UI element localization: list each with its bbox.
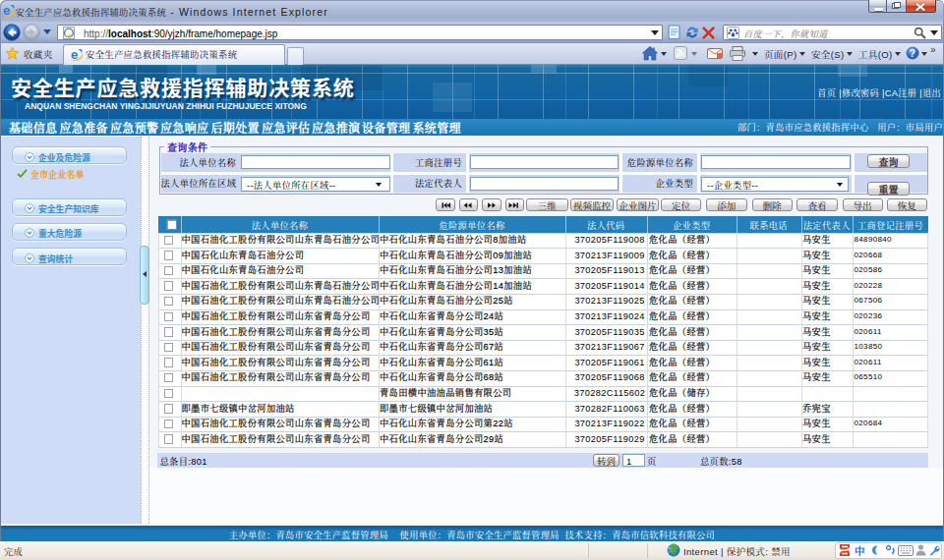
- svg-text:?: ?: [910, 48, 915, 59]
